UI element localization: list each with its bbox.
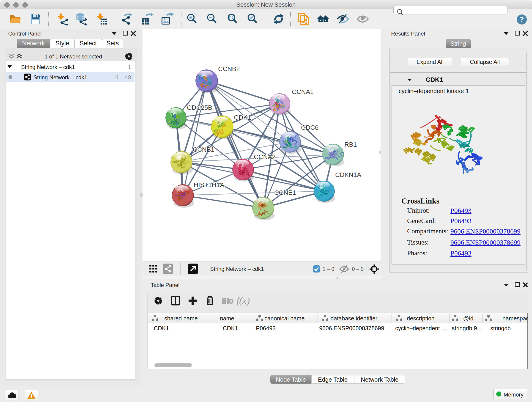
svg-text:?: ? <box>519 15 524 23</box>
svg-text:CCNA2: CCNA2 <box>254 153 276 160</box>
svg-text:CDC6: CDC6 <box>301 124 318 131</box>
svg-text:CDC25B: CDC25B <box>187 104 212 111</box>
svg-text:RB1: RB1 <box>344 141 357 148</box>
svg-text:CCNE1: CCNE1 <box>274 189 296 196</box>
svg-text:CCNA1: CCNA1 <box>292 88 314 95</box>
svg-text:CDK1: CDK1 <box>234 114 251 121</box>
svg-text:CCNB2: CCNB2 <box>218 65 240 72</box>
svg-text:CDKN1A: CDKN1A <box>335 171 361 178</box>
svg-text:HIST1H1A: HIST1H1A <box>194 181 224 188</box>
svg-text:CCNB1: CCNB1 <box>193 146 215 153</box>
